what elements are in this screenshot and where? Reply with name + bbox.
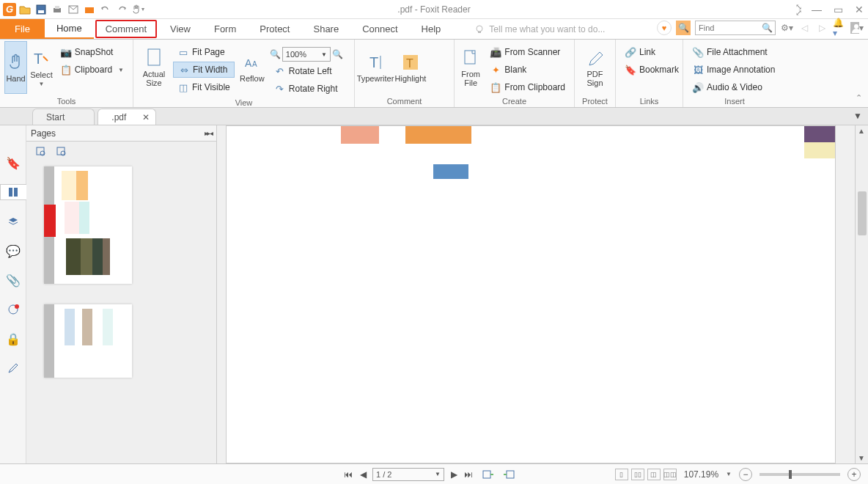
blank[interactable]: ✦Blank [485, 62, 570, 78]
snapshot-qat-icon[interactable] [82, 2, 97, 17]
security-nav-icon[interactable]: 🔒 [5, 331, 21, 347]
bookmarks-nav-icon[interactable]: 🔖 [5, 155, 21, 171]
image-annotation[interactable]: 🖼Image Annotation [688, 62, 779, 78]
zoom-slider-handle[interactable] [789, 470, 792, 479]
layers-nav-icon[interactable] [5, 213, 21, 230]
fit-page[interactable]: ▭Fit Page [173, 44, 235, 60]
ribbon: Hand T Select ▼ 📷SnapShot 📋Clipboard▼ To… [0, 40, 868, 108]
prev-result-icon[interactable]: ◁ [798, 21, 811, 34]
print-icon[interactable] [50, 2, 65, 17]
typewriter[interactable]: T Typewriter [359, 41, 391, 94]
save-icon[interactable] [34, 2, 48, 17]
minimize-button[interactable]: — [812, 4, 822, 15]
user-icon[interactable]: ▾ [850, 21, 864, 34]
thumbnail-page-2[interactable] [44, 304, 132, 378]
bell-icon[interactable]: 🔔▾ [833, 21, 846, 34]
svg-text:T: T [406, 57, 413, 70]
vertical-scrollbar[interactable]: ▲ ▼ [855, 125, 868, 463]
tab-file[interactable]: File [0, 19, 45, 39]
nav-tool2-icon[interactable] [503, 469, 515, 480]
nav-tool1-icon[interactable] [482, 469, 494, 480]
scroll-down-icon[interactable]: ▼ [858, 454, 865, 462]
connected-nav-icon[interactable] [5, 301, 21, 318]
tell-me[interactable]: Tell me what you want to do... [474, 19, 605, 39]
select-tool[interactable]: T Select ▼ [30, 41, 53, 94]
open-icon[interactable] [18, 2, 32, 17]
pages-tool2-icon[interactable] [56, 146, 66, 156]
from-file[interactable]: From File [459, 41, 482, 94]
doctab-pdf[interactable]: .pdf✕ [98, 109, 156, 125]
hand-tool[interactable]: Hand [4, 41, 27, 94]
view-cont-facing-icon[interactable]: ◫◫ [663, 469, 677, 480]
next-page-button[interactable]: ▶ [449, 469, 459, 480]
expand-icon[interactable]: ⤡⤢ [795, 4, 800, 15]
email-icon[interactable] [66, 2, 81, 17]
bookmark[interactable]: 🔖Bookmark [620, 62, 683, 78]
svg-point-6 [477, 26, 482, 32]
comments-nav-icon[interactable]: 💬 [5, 243, 21, 259]
close-button[interactable]: ✕ [855, 4, 864, 15]
tab-help[interactable]: Help [410, 19, 453, 39]
rotate-right[interactable]: ↷Rotate Right [270, 81, 343, 97]
fit-visible[interactable]: ◫Fit Visible [173, 79, 235, 95]
tab-protect[interactable]: Protect [248, 19, 301, 39]
page-input[interactable]: 1 / 2▼ [372, 468, 444, 481]
prev-page-button[interactable]: ◀ [358, 469, 368, 480]
first-page-button[interactable]: ⏮ [343, 469, 353, 480]
pages-tool1-icon[interactable] [35, 146, 45, 156]
settings-icon[interactable]: ⚙▾ [780, 21, 793, 34]
file-attachment[interactable]: 📎File Attachment [688, 44, 779, 60]
next-result-icon[interactable]: ▷ [815, 21, 828, 34]
tab-home[interactable]: Home [45, 19, 94, 39]
audio-video[interactable]: 🔊Audio & Video [688, 79, 779, 95]
clipboard-tool[interactable]: 📋Clipboard▼ [56, 62, 128, 78]
view-continuous-icon[interactable]: ▯▯ [631, 469, 644, 480]
zoom-dropdown-icon[interactable]: ▼ [726, 471, 732, 477]
tab-connect[interactable]: Connect [350, 19, 409, 39]
redo-icon[interactable] [114, 2, 129, 17]
link[interactable]: 🔗Link [620, 44, 683, 60]
from-clipboard[interactable]: 📋From Clipboard [485, 79, 570, 95]
actual-size[interactable]: Actual Size [138, 41, 170, 94]
snapshot-tool[interactable]: 📷SnapShot [56, 44, 128, 60]
tab-comment[interactable]: Comment [95, 20, 157, 38]
highlight[interactable]: T Highlight [394, 41, 427, 94]
pages-nav-icon[interactable] [0, 184, 26, 200]
search-orange-button[interactable]: 🔍 [676, 21, 691, 35]
zoom-in-button[interactable]: 🔍 [332, 49, 343, 59]
ribbon-collapse-icon[interactable]: ⌃ [856, 93, 862, 103]
quick-hand-icon[interactable]: ▾ [130, 2, 145, 17]
signatures-nav-icon[interactable] [5, 360, 21, 376]
undo-icon[interactable] [98, 2, 113, 17]
select-label: Select [30, 70, 53, 79]
zoom-in-status[interactable]: + [847, 468, 861, 481]
doctab-start[interactable]: Start [32, 109, 95, 125]
heart-icon[interactable]: ♥ [657, 21, 672, 35]
document-area[interactable]: ▲ ▼ [217, 125, 868, 463]
view-single-icon[interactable]: ▯ [615, 469, 628, 480]
scroll-thumb[interactable] [858, 191, 867, 235]
last-page-button[interactable]: ⏭ [463, 469, 474, 480]
scroll-up-icon[interactable]: ▲ [858, 127, 865, 135]
typewriter-icon: T [365, 52, 386, 73]
zoom-out-button[interactable]: 🔍 [270, 49, 281, 59]
maximize-button[interactable]: ▭ [834, 4, 843, 15]
tab-share[interactable]: Share [301, 19, 350, 39]
view-facing-icon[interactable]: ◫ [647, 469, 661, 480]
tab-form[interactable]: Form [202, 19, 248, 39]
pdf-sign[interactable]: PDF Sign [579, 41, 611, 94]
find-search-icon[interactable]: 🔍 [762, 23, 773, 33]
thumbnail-page-1[interactable] [44, 166, 132, 284]
attachments-nav-icon[interactable]: 📎 [5, 272, 21, 288]
zoom-slider[interactable] [760, 473, 840, 476]
zoom-select[interactable]: 100%▼ [282, 47, 331, 62]
zoom-out-status[interactable]: − [739, 468, 752, 481]
fit-width[interactable]: ⇔Fit Width [173, 62, 235, 78]
close-tab-icon[interactable]: ✕ [142, 112, 150, 122]
doctabs-dropdown-icon[interactable]: ▼ [853, 111, 862, 121]
tab-view[interactable]: View [158, 19, 202, 39]
reflow[interactable]: AA Reflow [238, 41, 267, 94]
pages-collapse-icon[interactable]: ▸▸ ◂ [205, 129, 212, 137]
from-scanner[interactable]: 📠From Scanner [485, 44, 570, 60]
rotate-left[interactable]: ↶Rotate Left [270, 63, 343, 79]
